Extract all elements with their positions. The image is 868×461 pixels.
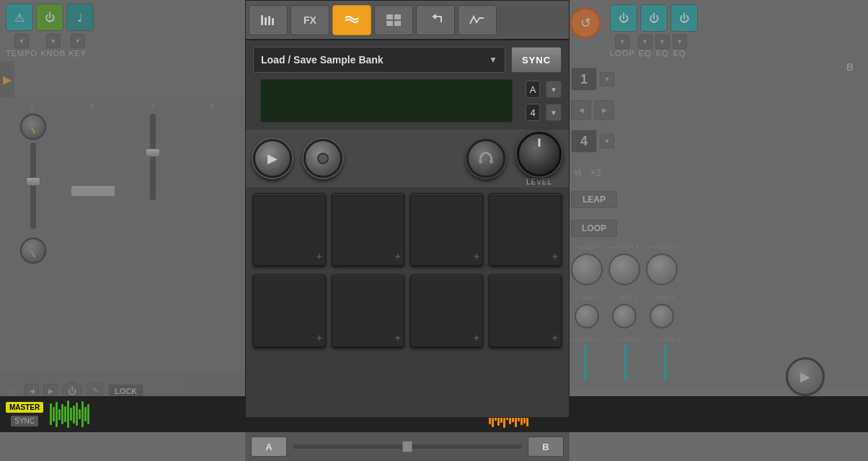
leap-button[interactable]: LEAP xyxy=(571,191,617,208)
pad-1[interactable]: + xyxy=(253,193,326,266)
row-7: 7 xyxy=(151,103,155,111)
right-mixer-background: ↺ ⏻ ⏻ ⏻ ▼ LOOP ▼ EQ ▼ EQ xyxy=(565,0,868,461)
loop-down[interactable]: ▼ xyxy=(615,35,629,49)
pad-8-plus: + xyxy=(552,332,558,344)
tab-remix[interactable] xyxy=(374,5,413,35)
low-label-1: — LOW + xyxy=(571,336,600,343)
main-panel: FX xyxy=(245,0,570,418)
bank-arrow[interactable]: ▼ xyxy=(546,81,562,98)
number-4-arrow[interactable]: ▼ xyxy=(600,134,614,148)
number-4[interactable]: 4 xyxy=(571,130,597,153)
bottom-tab-a[interactable]: A xyxy=(251,437,287,457)
bottom-tab-b[interactable]: B xyxy=(528,437,564,457)
eq-high-knob-2[interactable] xyxy=(608,254,640,285)
fader-1[interactable] xyxy=(30,143,36,229)
pad-7-plus: + xyxy=(474,332,479,344)
bottom-tab-bar: A B xyxy=(245,432,570,461)
number-1[interactable]: 1 xyxy=(571,68,597,91)
key-down[interactable]: ▼ xyxy=(71,34,85,48)
sync-button[interactable]: SYNC xyxy=(511,47,562,73)
key-label: KEY xyxy=(68,49,87,58)
fx-tab-label: FX xyxy=(304,14,316,26)
low-fader-1[interactable] xyxy=(584,344,587,380)
tab-envelope[interactable] xyxy=(458,5,497,35)
page-label: 4 xyxy=(526,104,540,121)
pad-5[interactable]: + xyxy=(253,274,326,347)
tempo-icon[interactable]: ⚠ xyxy=(6,4,33,31)
pad-8[interactable]: + xyxy=(489,274,562,347)
channel-knob-1[interactable] xyxy=(20,114,46,140)
eq2-down[interactable]: ▼ xyxy=(655,35,670,49)
svg-rect-3 xyxy=(272,18,274,25)
horizontal-fader[interactable] xyxy=(71,186,115,196)
play-button[interactable]: ▶ xyxy=(253,139,292,178)
note-icon[interactable]: ♩ xyxy=(66,4,94,31)
eq-mid-knob-3[interactable] xyxy=(650,304,674,328)
row-5: 5 xyxy=(31,103,35,111)
low-fader-3[interactable] xyxy=(664,344,667,380)
headphone-button[interactable] xyxy=(466,139,505,178)
dropdown-arrow-icon: ▼ xyxy=(489,55,497,65)
pad-6-plus: + xyxy=(395,332,401,344)
level-knob[interactable] xyxy=(517,132,562,176)
eq3-down[interactable]: ▼ xyxy=(673,35,687,49)
loop-button[interactable]: LOOP xyxy=(571,220,617,237)
svg-rect-6 xyxy=(386,21,393,26)
bg-left-edge: ⊲ xyxy=(6,385,20,397)
eq-mid-knob-2[interactable] xyxy=(612,304,637,328)
eq3-label: EQ xyxy=(673,49,686,58)
play-icon: ▶ xyxy=(267,151,278,166)
svg-rect-1 xyxy=(265,17,267,25)
page-selector-row: 4 ▼ xyxy=(526,102,562,122)
bottom-slider[interactable] xyxy=(293,444,522,449)
fraction-2x: ×2 xyxy=(590,167,601,178)
tab-sampler[interactable] xyxy=(332,5,371,35)
power-icon-r3[interactable]: ⏻ xyxy=(670,4,698,32)
eq-high-knob-1[interactable] xyxy=(571,254,603,285)
eq-mid-knob-1[interactable] xyxy=(575,304,599,328)
eq1-down[interactable]: ▼ xyxy=(638,35,652,49)
bank-selector-row: A ▼ xyxy=(526,79,562,99)
pad-7[interactable]: + xyxy=(410,274,483,347)
tab-mixer[interactable] xyxy=(249,5,288,35)
display-screen xyxy=(260,79,513,122)
tempo-down[interactable]: ▼ xyxy=(14,34,29,48)
refresh-btn[interactable]: ↺ xyxy=(570,7,601,39)
high-label-1: — HIGH + xyxy=(572,243,602,251)
back-arrow-r[interactable]: ◀ xyxy=(571,100,591,120)
record-button[interactable] xyxy=(304,139,342,178)
pad-4[interactable]: + xyxy=(489,193,562,266)
play-button-right[interactable]: ▶ xyxy=(786,357,825,396)
tab-fx[interactable]: FX xyxy=(291,5,329,35)
left-edge-play[interactable]: ▶ xyxy=(0,61,14,97)
svg-rect-7 xyxy=(394,21,401,26)
bank-label: A xyxy=(526,81,540,98)
svg-rect-5 xyxy=(394,14,401,19)
low-fader-2[interactable] xyxy=(624,344,627,380)
knob-down[interactable]: ▼ xyxy=(46,34,61,48)
fwd-arrow-r[interactable]: ▶ xyxy=(594,100,614,120)
pad-3[interactable]: + xyxy=(410,193,483,266)
power-icon-r1[interactable]: ⏻ xyxy=(610,4,637,32)
pad-1-plus: + xyxy=(316,251,322,262)
power-icon-r2[interactable]: ⏻ xyxy=(640,4,668,32)
power-icon-1[interactable]: ⏻ xyxy=(36,4,63,31)
svg-rect-8 xyxy=(479,159,482,164)
fader-3[interactable] xyxy=(150,114,156,200)
channel-knob-2[interactable] xyxy=(20,238,46,264)
bottom-slider-thumb[interactable] xyxy=(402,441,412,452)
knob-label: KNOB xyxy=(40,49,66,58)
number-1-arrow[interactable]: ▼ xyxy=(600,72,614,86)
level-label: LEVEL xyxy=(526,178,552,186)
high-label-3: — HIGH + xyxy=(647,243,677,251)
load-save-dropdown[interactable]: Load / Save Sample Bank ▼ xyxy=(253,47,505,73)
tab-return[interactable] xyxy=(416,5,455,35)
svg-rect-0 xyxy=(261,15,263,25)
pad-2[interactable]: + xyxy=(332,193,404,266)
pad-6[interactable]: + xyxy=(332,274,404,347)
pad-4-plus: + xyxy=(552,251,558,262)
page-arrow[interactable]: ▼ xyxy=(546,104,562,121)
sync-badge: SYNC xyxy=(11,416,38,426)
row-8: 8 xyxy=(211,103,215,111)
eq-high-knob-3[interactable] xyxy=(646,254,678,285)
